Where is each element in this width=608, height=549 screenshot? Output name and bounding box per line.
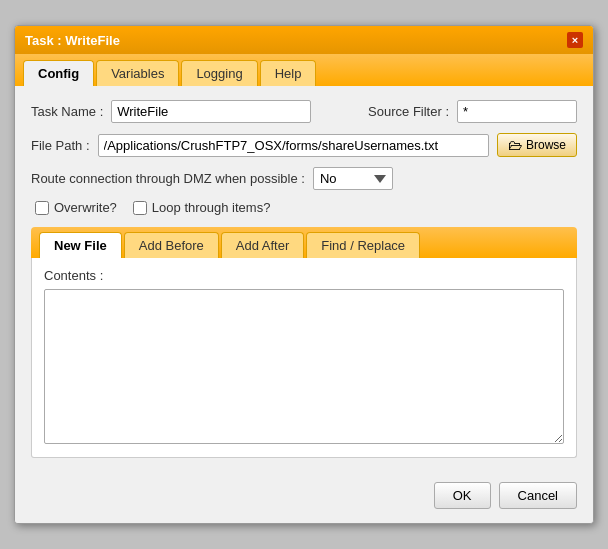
main-tabs-bar: Config Variables Logging Help xyxy=(15,54,593,86)
file-path-row: File Path : 🗁 Browse xyxy=(31,133,577,157)
contents-textarea[interactable] xyxy=(44,289,564,444)
browse-button[interactable]: 🗁 Browse xyxy=(497,133,577,157)
loop-checkbox[interactable] xyxy=(133,201,147,215)
title-bar: Task : WriteFile × xyxy=(15,26,593,54)
checkbox-row: Overwrite? Loop through items? xyxy=(31,200,577,215)
inner-tab-add-after[interactable]: Add After xyxy=(221,232,304,258)
loop-checkbox-group: Loop through items? xyxy=(133,200,271,215)
inner-tabs-bar: New File Add Before Add After Find / Rep… xyxy=(31,227,577,258)
contents-label: Contents : xyxy=(44,268,564,283)
inner-tabs-container: New File Add Before Add After Find / Rep… xyxy=(31,227,577,458)
source-filter-label: Source Filter : xyxy=(368,104,449,119)
cancel-button[interactable]: Cancel xyxy=(499,482,577,509)
file-path-label: File Path : xyxy=(31,138,90,153)
task-name-label: Task Name : xyxy=(31,104,103,119)
task-name-row: Task Name : Source Filter : xyxy=(31,100,577,123)
inner-tab-find-replace[interactable]: Find / Replace xyxy=(306,232,420,258)
tab-variables[interactable]: Variables xyxy=(96,60,179,86)
close-button[interactable]: × xyxy=(567,32,583,48)
route-dropdown[interactable]: No Yes xyxy=(313,167,393,190)
inner-tab-new-file[interactable]: New File xyxy=(39,232,122,258)
overwrite-checkbox-group: Overwrite? xyxy=(35,200,117,215)
tab-config[interactable]: Config xyxy=(23,60,94,86)
route-row: Route connection through DMZ when possib… xyxy=(31,167,577,190)
dialog: Task : WriteFile × Config Variables Logg… xyxy=(14,25,594,524)
source-filter-row: Source Filter : xyxy=(319,100,577,123)
source-filter-input[interactable] xyxy=(457,100,577,123)
tab-logging[interactable]: Logging xyxy=(181,60,257,86)
loop-label: Loop through items? xyxy=(152,200,271,215)
overwrite-label: Overwrite? xyxy=(54,200,117,215)
ok-button[interactable]: OK xyxy=(434,482,491,509)
tab-help[interactable]: Help xyxy=(260,60,317,86)
inner-tab-content: Contents : xyxy=(31,258,577,458)
task-name-input[interactable] xyxy=(111,100,311,123)
footer: OK Cancel xyxy=(15,472,593,523)
file-path-input[interactable] xyxy=(98,134,489,157)
overwrite-checkbox[interactable] xyxy=(35,201,49,215)
inner-tab-add-before[interactable]: Add Before xyxy=(124,232,219,258)
config-content: Task Name : Source Filter : File Path : … xyxy=(15,86,593,472)
dialog-title: Task : WriteFile xyxy=(25,33,120,48)
browse-label: Browse xyxy=(526,138,566,152)
folder-icon: 🗁 xyxy=(508,137,522,153)
route-label: Route connection through DMZ when possib… xyxy=(31,171,305,186)
